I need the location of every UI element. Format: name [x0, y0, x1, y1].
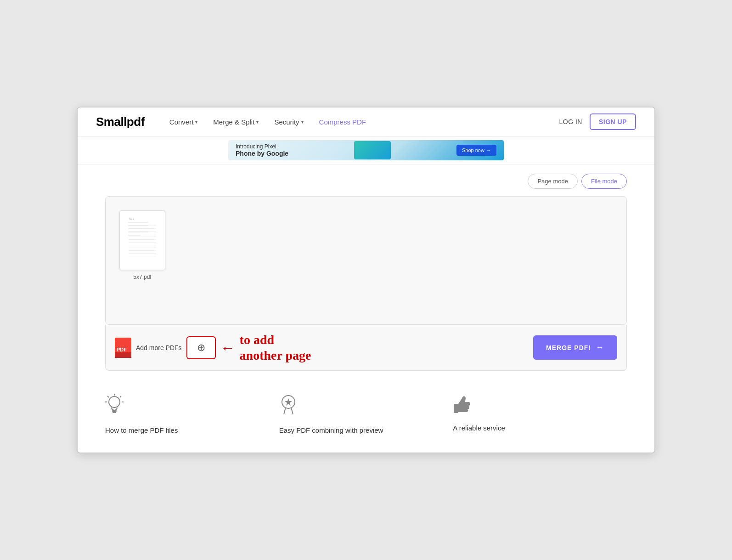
- red-arrow-icon: ←: [220, 340, 235, 355]
- nav-merge-split[interactable]: Merge & Split ▾: [207, 114, 265, 130]
- svg-rect-12: [113, 412, 116, 413]
- bottom-bar: PDF Add more PDFs ⊕ ← to add another pag…: [105, 325, 627, 371]
- merge-button[interactable]: MERGE PDF! →: [533, 335, 617, 360]
- features-row: How to merge PDF files Easy PDF combinin…: [105, 389, 627, 434]
- feature-title-0: How to merge PDF files: [105, 426, 178, 434]
- main-content: Page mode File mode 5x7: [78, 164, 654, 453]
- bulb-icon: [105, 394, 124, 421]
- plus-icon: ⊕: [197, 342, 205, 354]
- file-name: 5x7.pdf: [133, 274, 151, 280]
- file-area: 5x7 5x7.pdf: [105, 196, 627, 325]
- merge-chevron-icon: ▾: [256, 119, 259, 124]
- security-chevron-icon: ▾: [301, 119, 304, 124]
- feature-item-2: A reliable service: [453, 394, 627, 434]
- logo: Smallpdf: [96, 115, 145, 129]
- login-button[interactable]: LOG IN: [559, 118, 582, 125]
- feature-item-0: How to merge PDF files: [105, 394, 279, 434]
- pdf-icon: PDF: [115, 338, 131, 358]
- add-more-label: Add more PDFs: [136, 344, 182, 351]
- file-thumb: 5x7 5x7.pdf: [119, 210, 165, 280]
- add-pdf-button[interactable]: ⊕: [186, 336, 216, 359]
- feature-item-1: Easy PDF combining with preview: [279, 394, 453, 434]
- svg-line-15: [107, 396, 109, 397]
- svg-rect-9: [115, 352, 131, 358]
- svg-marker-19: [285, 398, 292, 406]
- svg-rect-22: [454, 404, 458, 413]
- navbar: Smallpdf Convert ▾ Merge & Split ▾ Secur…: [78, 107, 654, 137]
- feature-title-1: Easy PDF combining with preview: [279, 426, 383, 434]
- file-preview: 5x7 5x7.pdf: [119, 210, 613, 280]
- annotation-text: to add another page: [240, 332, 311, 363]
- nav-convert[interactable]: Convert ▾: [163, 114, 204, 130]
- ad-inner: Introducing Pixel Phone by Google Shop n…: [228, 140, 504, 160]
- add-more-section: PDF Add more PDFs ⊕ ← to add another pag…: [115, 332, 311, 363]
- ad-banner: Introducing Pixel Phone by Google Shop n…: [78, 137, 654, 164]
- award-icon: [279, 394, 298, 421]
- ad-text: Introducing Pixel Phone by Google: [236, 143, 288, 157]
- feature-title-2: A reliable service: [453, 424, 505, 432]
- merge-arrow-icon: →: [596, 343, 604, 352]
- nav-compress[interactable]: Compress PDF: [313, 114, 373, 130]
- nav-links: Convert ▾ Merge & Split ▾ Security ▾ Com…: [163, 114, 559, 130]
- file-thumbnail: 5x7: [119, 210, 165, 270]
- ad-cta-button[interactable]: Shop now →: [456, 145, 496, 156]
- signup-button[interactable]: SIGN UP: [590, 113, 636, 130]
- svg-point-10: [109, 396, 120, 407]
- svg-text:PDF: PDF: [117, 347, 127, 352]
- thumbsup-icon: [453, 394, 471, 419]
- file-mode-button[interactable]: File mode: [581, 174, 627, 189]
- svg-line-20: [284, 407, 286, 414]
- svg-text:5x7: 5x7: [129, 217, 134, 221]
- svg-rect-0: [124, 215, 152, 248]
- nav-security[interactable]: Security ▾: [268, 114, 310, 130]
- ad-image: [354, 141, 391, 159]
- page-mode-button[interactable]: Page mode: [528, 174, 578, 189]
- svg-line-14: [120, 396, 121, 397]
- svg-line-21: [291, 407, 293, 414]
- browser-window: Smallpdf Convert ▾ Merge & Split ▾ Secur…: [77, 107, 655, 453]
- svg-rect-11: [112, 410, 117, 412]
- convert-chevron-icon: ▾: [195, 119, 197, 124]
- nav-actions: LOG IN SIGN UP: [559, 113, 636, 130]
- view-mode-row: Page mode File mode: [105, 174, 627, 189]
